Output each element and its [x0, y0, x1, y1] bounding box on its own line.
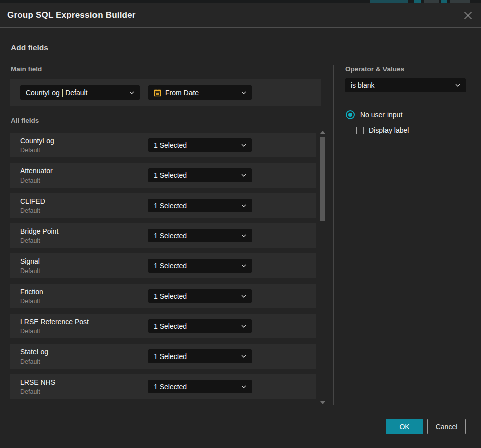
chevron-down-icon: [241, 355, 246, 358]
field-row: Bridge Point Default 1 Selected: [10, 223, 316, 248]
field-selection-value: 1 Selected: [154, 141, 238, 149]
list-scrollbar[interactable]: [320, 130, 326, 406]
operator-values-label: Operator & Values: [345, 65, 404, 73]
scrollbar-thumb[interactable]: [320, 137, 325, 221]
chevron-down-icon: [241, 204, 246, 207]
field-name: Friction: [20, 288, 43, 296]
field-type: Default: [20, 177, 40, 184]
scroll-up-arrow-icon[interactable]: [320, 131, 325, 134]
field-name: LRSE NHS: [20, 378, 55, 386]
field-selection-dropdown[interactable]: 1 Selected: [148, 380, 252, 393]
add-fields-heading: Add fields: [11, 43, 48, 52]
radio-selected-icon: [346, 110, 355, 119]
field-name: Signal: [20, 257, 40, 265]
chevron-down-icon: [241, 325, 246, 328]
display-label-text: Display label: [369, 126, 409, 134]
field-type: Default: [20, 147, 40, 154]
dialog-header: Group SQL Expression Builder: [0, 3, 481, 28]
field-type: Default: [20, 358, 40, 365]
checkbox-unchecked-icon: [356, 127, 364, 134]
field-row: StateLog Default 1 Selected: [10, 344, 316, 369]
layer-select-value: CountyLog | Default: [26, 88, 126, 97]
scroll-down-arrow-icon[interactable]: [320, 401, 325, 404]
field-selection-value: 1 Selected: [154, 232, 238, 240]
field-selection-dropdown[interactable]: 1 Selected: [148, 229, 252, 242]
chevron-down-icon: [241, 264, 246, 267]
field-type: Default: [20, 207, 40, 214]
field-row: Attenuator Default 1 Selected: [10, 163, 316, 188]
field-select-value: From Date: [165, 88, 238, 97]
field-selection-value: 1 Selected: [154, 322, 238, 330]
main-field-label: Main field: [11, 65, 42, 73]
chevron-down-icon: [241, 234, 246, 237]
group-sql-expression-builder-dialog: Group SQL Expression Builder Add fields …: [0, 3, 481, 448]
field-name: CountyLog: [20, 137, 54, 145]
field-row: Friction Default 1 Selected: [10, 284, 316, 308]
ok-button[interactable]: OK: [386, 419, 423, 434]
all-fields-label: All fields: [11, 117, 39, 124]
field-selection-value: 1 Selected: [154, 292, 238, 300]
field-selection-dropdown[interactable]: 1 Selected: [148, 259, 252, 273]
chevron-down-icon: [241, 385, 246, 388]
display-label-checkbox[interactable]: Display label: [356, 126, 409, 134]
chevron-down-icon: [455, 84, 460, 87]
field-row: Signal Default 1 Selected: [10, 253, 316, 278]
field-selection-dropdown[interactable]: 1 Selected: [148, 168, 252, 182]
field-selection-value: 1 Selected: [154, 352, 238, 361]
field-type: Default: [20, 298, 40, 305]
chevron-down-icon: [241, 144, 246, 147]
chevron-down-icon: [241, 91, 246, 94]
field-selection-value: 1 Selected: [154, 171, 238, 180]
field-name: Attenuator: [20, 167, 53, 175]
calendar-icon: [154, 89, 161, 97]
main-field-container: CountyLog | Default From Date: [10, 79, 321, 106]
field-selection-dropdown[interactable]: 1 Selected: [148, 349, 252, 363]
field-type: Default: [20, 388, 40, 395]
field-name: CLIFED: [20, 197, 45, 205]
field-row: LRSE NHS Default 1 Selected: [10, 374, 316, 399]
field-type: Default: [20, 267, 40, 275]
field-name: Bridge Point: [20, 227, 58, 235]
field-selection-value: 1 Selected: [154, 202, 238, 210]
no-user-input-radio[interactable]: No user input: [346, 110, 402, 119]
operator-select-value: is blank: [351, 81, 452, 89]
field-row: CLIFED Default 1 Selected: [10, 193, 316, 218]
field-selection-dropdown[interactable]: 1 Selected: [148, 199, 252, 212]
all-fields-list: CountyLog Default 1 Selected Attenuator …: [10, 133, 316, 404]
field-selection-value: 1 Selected: [154, 383, 238, 391]
chevron-down-icon: [129, 91, 134, 94]
panel-divider: [333, 65, 334, 405]
field-row: CountyLog Default 1 Selected: [10, 133, 316, 157]
field-selection-dropdown[interactable]: 1 Selected: [148, 138, 252, 152]
field-type: Default: [20, 237, 40, 244]
close-icon[interactable]: [462, 9, 474, 21]
field-type: Default: [20, 328, 40, 335]
field-select[interactable]: From Date: [148, 85, 252, 100]
field-name: StateLog: [20, 348, 48, 356]
field-row: LRSE Reference Post Default 1 Selected: [10, 314, 316, 338]
dialog-title: Group SQL Expression Builder: [7, 10, 136, 20]
operator-select[interactable]: is blank: [345, 78, 466, 92]
cancel-button[interactable]: Cancel: [427, 419, 466, 434]
field-name: LRSE Reference Post: [20, 318, 89, 326]
chevron-down-icon: [241, 295, 246, 298]
field-selection-dropdown[interactable]: 1 Selected: [148, 319, 252, 333]
no-user-input-label: No user input: [360, 111, 402, 119]
field-selection-dropdown[interactable]: 1 Selected: [148, 289, 252, 303]
field-selection-value: 1 Selected: [154, 262, 238, 270]
layer-select[interactable]: CountyLog | Default: [20, 85, 140, 100]
chevron-down-icon: [241, 174, 246, 177]
